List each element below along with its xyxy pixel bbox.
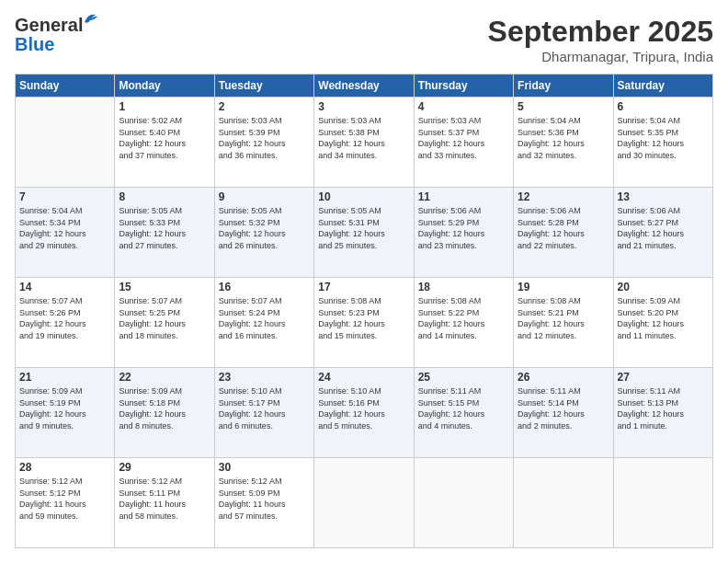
day-number: 30 — [219, 461, 310, 474]
month-title: September 2025 — [488, 15, 713, 49]
day-info: Sunrise: 5:10 AM Sunset: 5:16 PM Dayligh… — [318, 385, 409, 431]
day-info: Sunrise: 5:08 AM Sunset: 5:21 PM Dayligh… — [518, 295, 609, 341]
day-number: 16 — [219, 281, 310, 293]
day-number: 10 — [318, 190, 409, 203]
col-saturday: Saturday — [613, 75, 712, 98]
day-number: 20 — [618, 281, 709, 293]
day-info: Sunrise: 5:11 AM Sunset: 5:15 PM Dayligh… — [418, 385, 509, 431]
logo: General Blue — [15, 15, 83, 55]
day-number: 5 — [518, 100, 609, 113]
table-row: 16Sunrise: 5:07 AM Sunset: 5:24 PM Dayli… — [214, 278, 313, 368]
table-row: 20Sunrise: 5:09 AM Sunset: 5:20 PM Dayli… — [613, 278, 712, 368]
col-thursday: Thursday — [414, 75, 513, 98]
day-number: 18 — [418, 281, 509, 293]
day-info: Sunrise: 5:07 AM Sunset: 5:24 PM Dayligh… — [219, 295, 310, 341]
day-info: Sunrise: 5:06 AM Sunset: 5:29 PM Dayligh… — [418, 205, 509, 251]
day-info: Sunrise: 5:05 AM Sunset: 5:33 PM Dayligh… — [119, 205, 210, 251]
table-row: 5Sunrise: 5:04 AM Sunset: 5:36 PM Daylig… — [514, 98, 613, 188]
day-number: 6 — [618, 100, 709, 113]
header-row: Sunday Monday Tuesday Wednesday Thursday… — [16, 75, 713, 98]
table-row — [414, 458, 513, 548]
col-monday: Monday — [115, 75, 214, 98]
table-row — [514, 458, 613, 548]
day-info: Sunrise: 5:05 AM Sunset: 5:31 PM Dayligh… — [318, 205, 409, 251]
day-info: Sunrise: 5:04 AM Sunset: 5:36 PM Dayligh… — [518, 115, 609, 161]
day-info: Sunrise: 5:05 AM Sunset: 5:32 PM Dayligh… — [219, 205, 310, 251]
table-row: 21Sunrise: 5:09 AM Sunset: 5:19 PM Dayli… — [16, 368, 115, 458]
day-number: 1 — [119, 100, 210, 113]
table-row: 3Sunrise: 5:03 AM Sunset: 5:38 PM Daylig… — [314, 98, 414, 188]
day-info: Sunrise: 5:09 AM Sunset: 5:19 PM Dayligh… — [19, 385, 110, 431]
day-info: Sunrise: 5:02 AM Sunset: 5:40 PM Dayligh… — [119, 115, 210, 161]
day-number: 28 — [19, 461, 110, 474]
day-number: 9 — [219, 190, 310, 203]
day-number: 29 — [119, 461, 210, 474]
table-row: 8Sunrise: 5:05 AM Sunset: 5:33 PM Daylig… — [115, 188, 214, 278]
day-info: Sunrise: 5:11 AM Sunset: 5:13 PM Dayligh… — [618, 385, 709, 431]
day-number: 26 — [518, 371, 609, 384]
day-number: 8 — [119, 190, 210, 203]
table-row: 6Sunrise: 5:04 AM Sunset: 5:35 PM Daylig… — [613, 98, 712, 188]
day-info: Sunrise: 5:09 AM Sunset: 5:18 PM Dayligh… — [119, 385, 210, 431]
calendar-table: Sunday Monday Tuesday Wednesday Thursday… — [15, 74, 713, 548]
day-info: Sunrise: 5:04 AM Sunset: 5:34 PM Dayligh… — [19, 205, 110, 251]
table-row — [314, 458, 414, 548]
day-number: 14 — [19, 281, 110, 293]
table-row: 24Sunrise: 5:10 AM Sunset: 5:16 PM Dayli… — [314, 368, 414, 458]
day-info: Sunrise: 5:04 AM Sunset: 5:35 PM Dayligh… — [618, 115, 709, 161]
table-row: 22Sunrise: 5:09 AM Sunset: 5:18 PM Dayli… — [115, 368, 214, 458]
day-number: 23 — [219, 371, 310, 384]
day-info: Sunrise: 5:03 AM Sunset: 5:38 PM Dayligh… — [318, 115, 409, 161]
table-row — [613, 458, 712, 548]
table-row: 25Sunrise: 5:11 AM Sunset: 5:15 PM Dayli… — [414, 368, 513, 458]
table-row: 19Sunrise: 5:08 AM Sunset: 5:21 PM Dayli… — [514, 278, 613, 368]
col-wednesday: Wednesday — [314, 75, 414, 98]
table-row: 10Sunrise: 5:05 AM Sunset: 5:31 PM Dayli… — [314, 188, 414, 278]
table-row: 9Sunrise: 5:05 AM Sunset: 5:32 PM Daylig… — [214, 188, 313, 278]
day-number: 3 — [318, 100, 409, 113]
day-number: 7 — [19, 190, 110, 203]
table-row: 11Sunrise: 5:06 AM Sunset: 5:29 PM Dayli… — [414, 188, 513, 278]
title-block: September 2025 Dharmanagar, Tripura, Ind… — [488, 15, 713, 64]
table-row: 26Sunrise: 5:11 AM Sunset: 5:14 PM Dayli… — [514, 368, 613, 458]
day-info: Sunrise: 5:12 AM Sunset: 5:12 PM Dayligh… — [19, 476, 110, 522]
day-info: Sunrise: 5:07 AM Sunset: 5:25 PM Dayligh… — [119, 295, 210, 341]
day-info: Sunrise: 5:03 AM Sunset: 5:37 PM Dayligh… — [418, 115, 509, 161]
table-row: 18Sunrise: 5:08 AM Sunset: 5:22 PM Dayli… — [414, 278, 513, 368]
table-row: 29Sunrise: 5:12 AM Sunset: 5:11 PM Dayli… — [115, 458, 214, 548]
table-row: 14Sunrise: 5:07 AM Sunset: 5:26 PM Dayli… — [16, 278, 115, 368]
location: Dharmanagar, Tripura, India — [488, 49, 713, 64]
day-number: 13 — [618, 190, 709, 203]
logo-general: General — [15, 15, 83, 35]
logo-bird-icon — [83, 11, 99, 26]
table-row: 30Sunrise: 5:12 AM Sunset: 5:09 PM Dayli… — [214, 458, 313, 548]
day-info: Sunrise: 5:12 AM Sunset: 5:09 PM Dayligh… — [219, 476, 310, 522]
day-info: Sunrise: 5:11 AM Sunset: 5:14 PM Dayligh… — [518, 385, 609, 431]
table-row: 23Sunrise: 5:10 AM Sunset: 5:17 PM Dayli… — [214, 368, 313, 458]
table-row: 27Sunrise: 5:11 AM Sunset: 5:13 PM Dayli… — [613, 368, 712, 458]
col-tuesday: Tuesday — [214, 75, 313, 98]
day-number: 2 — [219, 100, 310, 113]
day-info: Sunrise: 5:09 AM Sunset: 5:20 PM Dayligh… — [618, 295, 709, 341]
day-number: 15 — [119, 281, 210, 293]
table-row: 17Sunrise: 5:08 AM Sunset: 5:23 PM Dayli… — [314, 278, 414, 368]
table-row: 1Sunrise: 5:02 AM Sunset: 5:40 PM Daylig… — [115, 98, 214, 188]
day-info: Sunrise: 5:08 AM Sunset: 5:23 PM Dayligh… — [318, 295, 409, 341]
table-row: 4Sunrise: 5:03 AM Sunset: 5:37 PM Daylig… — [414, 98, 513, 188]
day-info: Sunrise: 5:12 AM Sunset: 5:11 PM Dayligh… — [119, 476, 210, 522]
table-row: 12Sunrise: 5:06 AM Sunset: 5:28 PM Dayli… — [514, 188, 613, 278]
day-number: 19 — [518, 281, 609, 293]
table-row: 2Sunrise: 5:03 AM Sunset: 5:39 PM Daylig… — [214, 98, 313, 188]
col-sunday: Sunday — [16, 75, 115, 98]
day-number: 21 — [19, 371, 110, 384]
table-row: 13Sunrise: 5:06 AM Sunset: 5:27 PM Dayli… — [613, 188, 712, 278]
day-number: 24 — [318, 371, 409, 384]
table-row: 7Sunrise: 5:04 AM Sunset: 5:34 PM Daylig… — [16, 188, 115, 278]
table-row — [16, 98, 115, 188]
day-info: Sunrise: 5:03 AM Sunset: 5:39 PM Dayligh… — [219, 115, 310, 161]
day-info: Sunrise: 5:10 AM Sunset: 5:17 PM Dayligh… — [219, 385, 310, 431]
logo-blue: Blue — [15, 34, 54, 55]
table-row: 28Sunrise: 5:12 AM Sunset: 5:12 PM Dayli… — [16, 458, 115, 548]
day-number: 11 — [418, 190, 509, 203]
day-info: Sunrise: 5:06 AM Sunset: 5:28 PM Dayligh… — [518, 205, 609, 251]
